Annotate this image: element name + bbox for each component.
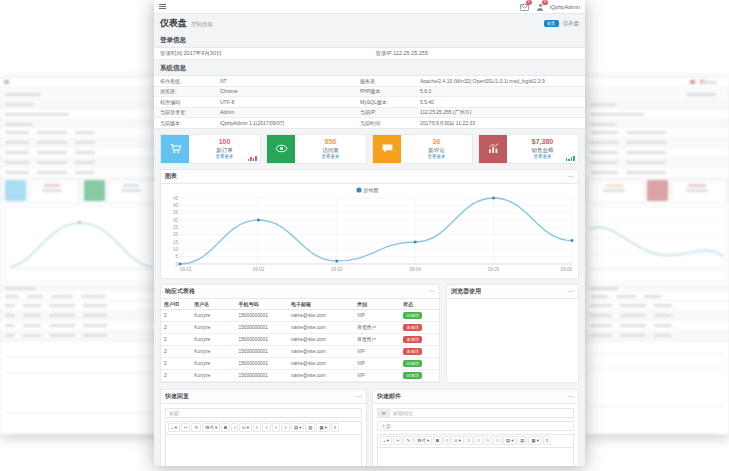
skeleton-section	[585, 100, 729, 108]
sys-value: 2017年9月30日 11:22:33	[420, 120, 585, 126]
svg-text:45: 45	[173, 195, 179, 200]
column-header: 用户名	[191, 299, 235, 310]
menu-toggle-icon[interactable]	[159, 3, 166, 11]
editor-toolbar-button[interactable]: B	[433, 436, 442, 445]
editor-toolbar-button[interactable]: Σ	[331, 423, 340, 432]
editor-toolbar-button[interactable]: + ▾	[168, 423, 180, 432]
editor-toolbar-button[interactable]: ▤	[305, 423, 315, 432]
skeleton-section	[585, 120, 729, 128]
skeleton-table	[585, 301, 729, 341]
editor-toolbar-button[interactable]: ▦ ▾	[528, 436, 541, 445]
editor-toolbar-button[interactable]: ✎	[191, 423, 201, 432]
table-cell: Kunyze	[191, 345, 235, 357]
quick-mail-panel: 快速邮件 — ✉ + ▾✂✎格式 ▾BIU ▾≡≡≡≡▤ ▾▤▦ ▾Σ 0 WO…	[372, 389, 579, 467]
bar-chart-icon	[479, 135, 507, 163]
skeleton-editor	[585, 341, 729, 434]
page-subtitle: 控制面板	[191, 21, 213, 28]
editor-toolbar-button[interactable]: 格式 ▾	[414, 436, 432, 445]
chart-panel: 图表 — 05101520253035404509-0109-0209-0309…	[160, 169, 579, 279]
editor-toolbar-button[interactable]: ✂	[393, 436, 403, 445]
editor-toolbar-button[interactable]: ≡	[484, 436, 493, 445]
editor-toolbar-button[interactable]: 格式 ▾	[202, 423, 220, 432]
breadcrumb-home[interactable]: 首页	[544, 20, 559, 27]
editor-text-area[interactable]	[166, 435, 361, 467]
editor-toolbar-button[interactable]: U ▾	[451, 436, 463, 445]
status-badge: 未激活	[403, 348, 422, 355]
sys-value: Chrome	[220, 88, 360, 94]
editor-toolbar-button[interactable]: ≡	[253, 423, 262, 432]
skeleton-table-head	[585, 292, 729, 301]
view-more-link[interactable]: 查看更多	[322, 154, 340, 160]
table-cell: 2	[161, 309, 191, 321]
reply-title-input[interactable]	[165, 408, 362, 418]
skeleton-table-head	[0, 292, 158, 301]
cart-icon	[161, 135, 189, 163]
svg-text:30: 30	[173, 217, 179, 222]
status-badge: 未激活	[403, 336, 422, 343]
editor-toolbar-button[interactable]: B	[221, 423, 230, 432]
skeleton-row	[0, 321, 158, 331]
editor-toolbar-button[interactable]: Σ	[543, 436, 552, 445]
mail-subject-input[interactable]	[377, 421, 574, 431]
quick-reply-panel: 快速回复 — + ▾✂✎格式 ▾BIU ▾≡≡≡≡▤ ▾▤▦ ▾Σ 0 WORD…	[160, 389, 367, 467]
stat-label: 销售金额	[532, 147, 554, 154]
skeleton-row	[0, 138, 158, 148]
skeleton-section	[0, 284, 158, 292]
top-navbar: 5 3 iQphpAdmin	[154, 0, 585, 14]
collapse-icon[interactable]: —	[568, 393, 574, 399]
collapse-icon[interactable]: —	[429, 288, 435, 294]
editor-toolbar-button[interactable]: ≡	[281, 423, 290, 432]
table-cell: name@site.com	[288, 369, 354, 381]
editor-toolbar-button[interactable]: U ▾	[239, 423, 251, 432]
editor-toolbar-button[interactable]: ≡	[474, 436, 483, 445]
collapse-icon[interactable]: —	[568, 173, 574, 179]
editor-toolbar-button[interactable]: ≡	[262, 423, 271, 432]
table-cell: Kunyze	[191, 321, 235, 333]
column-header: 类别	[354, 299, 400, 310]
view-more-link[interactable]: 查看更多	[534, 154, 552, 160]
editor-toolbar-button[interactable]: I	[443, 436, 450, 445]
view-more-link[interactable]: 查看更多	[216, 154, 234, 160]
table-cell: VIP	[354, 309, 400, 321]
sys-label: 服务器:	[360, 78, 420, 84]
user-icon	[537, 4, 544, 11]
skeleton-row	[585, 301, 729, 311]
stat-value: 36	[433, 138, 441, 147]
sys-value: 112.25.25.255 (广州市)	[420, 109, 585, 115]
editor-toolbar-button[interactable]: ≡	[272, 423, 281, 432]
svg-text:09-05: 09-05	[488, 267, 500, 272]
table-cell: 普通用户	[354, 321, 400, 333]
editor-text-area[interactable]	[378, 448, 573, 467]
table-cell: 15000000001	[235, 357, 288, 369]
editor-toolbar-button[interactable]: I	[231, 423, 238, 432]
mini-bar-sparkline	[248, 156, 257, 161]
editor-toolbar-button[interactable]: + ▾	[380, 436, 392, 445]
mail-address-input[interactable]	[389, 408, 574, 418]
breadcrumb-current[interactable]: 仪表盘	[563, 20, 580, 27]
table-cell: VIP	[354, 369, 400, 381]
collapse-icon[interactable]: —	[356, 393, 362, 399]
username[interactable]: iQphpAdmin	[550, 4, 580, 10]
editor-toolbar-button[interactable]: ▤	[517, 436, 527, 445]
editor-toolbar-button[interactable]: ✎	[403, 436, 413, 445]
skeleton-row	[585, 168, 729, 178]
collapse-icon[interactable]: —	[568, 288, 574, 294]
skeleton-row	[0, 168, 158, 178]
editor-toolbar-button[interactable]: ▤ ▾	[503, 436, 516, 445]
chart-panel-title: 图表	[165, 172, 177, 181]
skeleton-chart	[588, 206, 726, 282]
messages-button[interactable]: 5	[520, 2, 529, 11]
svg-text:0: 0	[175, 261, 178, 266]
table-cell: 15000000001	[235, 309, 288, 321]
view-more-link[interactable]: 查看更多	[428, 154, 446, 160]
sys-label: 程序编码:	[160, 99, 220, 105]
skeleton-table	[0, 301, 158, 341]
editor-toolbar-button[interactable]: ≡	[465, 436, 474, 445]
skeleton-chart	[3, 206, 155, 282]
editor-toolbar-button[interactable]: ▤ ▾	[291, 423, 304, 432]
editor-toolbar-button[interactable]: ✂	[181, 423, 191, 432]
alerts-button[interactable]: 3	[536, 2, 545, 11]
editor-toolbar-button[interactable]: ▦ ▾	[316, 423, 329, 432]
editor-toolbar-button[interactable]: ≡	[493, 436, 502, 445]
user-table-header: 用户ID用户名手机号码电子邮箱类别状态	[161, 299, 439, 310]
